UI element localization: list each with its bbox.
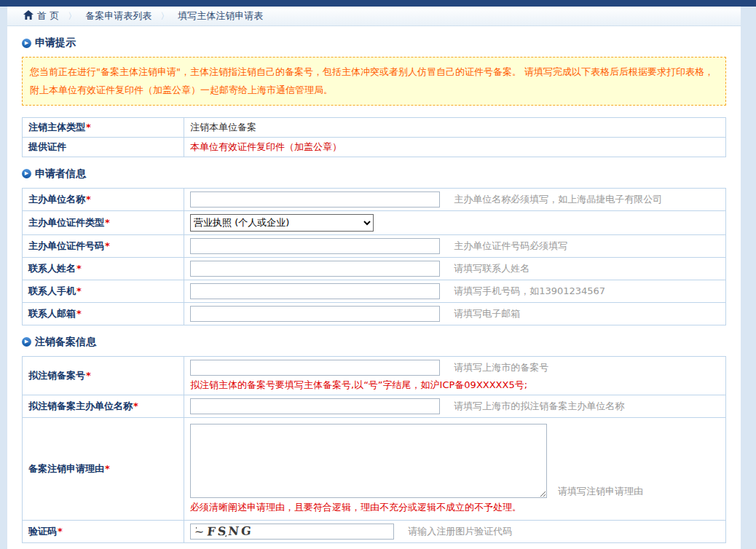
field-hint: 请填写联系人姓名 <box>454 263 529 274</box>
breadcrumb-item-current[interactable]: 填写主体注销申请表 <box>178 9 263 23</box>
row-label: 联系人姓名* <box>23 257 184 280</box>
row-value: 请填写上海市的备案号 拟注销主体的备案号要填写主体备案号,以“号”字结尾，如沪I… <box>184 356 726 395</box>
cancel-reason-textarea[interactable] <box>190 424 547 498</box>
label-text: 拟注销备案主办单位名称 <box>28 400 133 411</box>
section-bullet-icon: ▶ <box>22 337 31 347</box>
section-header-applicant: ▶ 申请者信息 <box>22 167 741 181</box>
table-row: 提供证件 本单位有效证件复印件（加盖公章） <box>23 137 726 157</box>
row-value: 请填写注销申请理由 必须清晰阐述申请理由，且要符合逻辑，理由不充分或逻辑不成立的… <box>184 417 726 520</box>
row-label: 拟注销备案主办单位名称* <box>23 395 184 417</box>
row-value: 营业执照 (个人或企业) <box>184 210 726 234</box>
field-hint: 请填写上海市的备案号 <box>454 362 548 373</box>
row-label: 联系人邮箱* <box>23 302 184 325</box>
captcha-input[interactable] <box>190 524 394 540</box>
required-mark: * <box>86 194 91 205</box>
label-text: 注销主体类型 <box>28 122 85 133</box>
row-label: 提供证件 <box>23 137 184 157</box>
cert-number-input[interactable] <box>190 238 440 254</box>
org-name-input[interactable] <box>190 191 440 208</box>
contact-email-input[interactable] <box>190 306 440 322</box>
row-value: 主办单位名称必须填写，如上海晶捷电子有限公司 <box>184 188 726 210</box>
row-label: 验证码* <box>23 520 184 542</box>
row-value: 注销本单位备案 <box>184 117 726 137</box>
row-label: 联系人手机* <box>23 280 184 302</box>
field-hint: 请输入注册图片验证代码 <box>408 526 512 537</box>
label-text: 主办单位证件号码 <box>28 240 104 251</box>
required-mark: * <box>76 285 82 296</box>
breadcrumb-home-link[interactable]: 首 页 <box>37 9 59 23</box>
field-hint: 请填写电子邮箱 <box>454 308 520 319</box>
row-value: 请填写手机号码，如13901234567 <box>184 280 726 302</box>
row-label: 拟注销备案号* <box>23 356 184 395</box>
table-row: 主办单位证件号码* 主办单位证件号码必须填写 <box>23 234 726 257</box>
table-row: 主办单位名称* 主办单位名称必须填写，如上海晶捷电子有限公司 <box>23 188 726 210</box>
cancellation-table: 拟注销备案号* 请填写上海市的备案号 拟注销主体的备案号要填写主体备案号,以“号… <box>22 356 726 543</box>
row-value: 请填写电子邮箱 <box>184 302 726 325</box>
required-mark: * <box>86 122 91 133</box>
record-org-name-input[interactable] <box>190 398 440 414</box>
field-hint: 请填写手机号码，如13901234567 <box>454 285 605 296</box>
warning-box: 您当前正在进行"备案主体注销申请"，主体注销指注销自己的备案号，包括主体冲突或者… <box>22 57 726 106</box>
required-mark: * <box>58 526 63 537</box>
row-label: 主办单位证件号码* <box>23 234 184 257</box>
section-header-tips: ▶ 申请提示 <box>22 36 741 50</box>
row-label: 注销主体类型* <box>23 117 184 137</box>
required-mark: * <box>76 308 82 319</box>
required-mark: * <box>133 400 138 411</box>
page-content: 首 页 〉 备案申请表列表 〉 填写主体注销申请表 ▶ 申请提示 您当前正在进行… <box>7 7 741 549</box>
label-text: 备案注销申请理由 <box>28 463 104 474</box>
breadcrumb-item-list-link[interactable]: 备案申请表列表 <box>85 9 151 23</box>
label-text: 主办单位证件类型 <box>28 217 104 228</box>
field-hint: 请填写上海市的拟注销备案主办单位名称 <box>454 400 624 411</box>
section-bullet-icon: ▶ <box>22 39 31 48</box>
row-value: FSNG 请输入注册图片验证代码 <box>184 520 726 542</box>
applicant-table: 主办单位名称* 主办单位名称必须填写，如上海晶捷电子有限公司 主办单位证件类型*… <box>22 188 726 325</box>
required-mark: * <box>76 263 82 274</box>
cert-type-select[interactable]: 营业执照 (个人或企业) <box>190 214 374 232</box>
table-row: 拟注销备案号* 请填写上海市的备案号 拟注销主体的备案号要填写主体备案号,以“号… <box>23 356 726 395</box>
row-value: 请填写联系人姓名 <box>184 257 726 280</box>
label-text: 拟注销备案号 <box>28 370 85 381</box>
section-title: 注销备案信息 <box>35 336 96 349</box>
field-hint: 主办单位证件号码必须填写 <box>454 240 567 251</box>
section-header-cancellation: ▶ 注销备案信息 <box>22 336 741 349</box>
table-row: 主办单位证件类型* 营业执照 (个人或企业) <box>23 210 726 234</box>
value-text-red: 本单位有效证件复印件（加盖公章） <box>190 141 342 152</box>
table-row: 验证码* FSNG 请输入注册图片验证代码 <box>23 520 726 542</box>
subject-table: 注销主体类型* 注销本单位备案 提供证件 本单位有效证件复印件（加盖公章） <box>22 117 726 157</box>
required-mark: * <box>105 463 110 474</box>
row-label: 主办单位证件类型* <box>23 210 184 234</box>
section-title: 申请提示 <box>35 36 76 50</box>
row-value: 请填写上海市的拟注销备案主办单位名称 <box>184 395 726 417</box>
table-row: 备案注销申请理由* 请填写注销申请理由 必须清晰阐述申请理由，且要符合逻辑，理由… <box>23 417 726 520</box>
label-text: 联系人手机 <box>28 285 76 296</box>
required-mark: * <box>86 370 91 381</box>
required-mark: * <box>105 217 110 228</box>
row-value: 主办单位证件号码必须填写 <box>184 234 726 257</box>
field-hint: 主办单位名称必须填写，如上海晶捷电子有限公司 <box>454 194 662 205</box>
field-hint: 请填写注销申请理由 <box>558 485 643 498</box>
table-row: 联系人邮箱* 请填写电子邮箱 <box>23 302 726 325</box>
section-title: 申请者信息 <box>35 167 86 181</box>
table-row: 联系人姓名* 请填写联系人姓名 <box>23 257 726 280</box>
breadcrumb: 首 页 〉 备案申请表列表 〉 填写主体注销申请表 <box>7 7 741 26</box>
top-navy-bar <box>0 0 756 7</box>
label-text: 验证码 <box>28 526 57 537</box>
table-row: 拟注销备案主办单位名称* 请填写上海市的拟注销备案主办单位名称 <box>23 395 726 417</box>
value-text: 注销本单位备案 <box>190 122 256 133</box>
row-label: 备案注销申请理由* <box>23 417 184 520</box>
label-text: 提供证件 <box>28 141 66 152</box>
required-mark: * <box>105 240 110 251</box>
warning-text: 您当前正在进行"备案主体注销申请"，主体注销指注销自己的备案号，包括主体冲突或者… <box>30 66 714 95</box>
table-row: 联系人手机* 请填写手机号码，如13901234567 <box>23 280 726 302</box>
row-label: 主办单位名称* <box>23 188 184 210</box>
contact-name-input[interactable] <box>190 261 440 277</box>
contact-mobile-input[interactable] <box>190 283 440 299</box>
home-icon <box>23 10 34 22</box>
breadcrumb-separator-icon: 〉 <box>160 10 169 23</box>
field-note: 拟注销主体的备案号要填写主体备案号,以“号”字结尾，如沪ICP备09XXXXX5… <box>190 379 720 392</box>
section-bullet-icon: ▶ <box>22 169 31 178</box>
record-number-input[interactable] <box>190 360 440 376</box>
table-row: 注销主体类型* 注销本单位备案 <box>23 117 726 137</box>
row-value: 本单位有效证件复印件（加盖公章） <box>184 137 726 157</box>
